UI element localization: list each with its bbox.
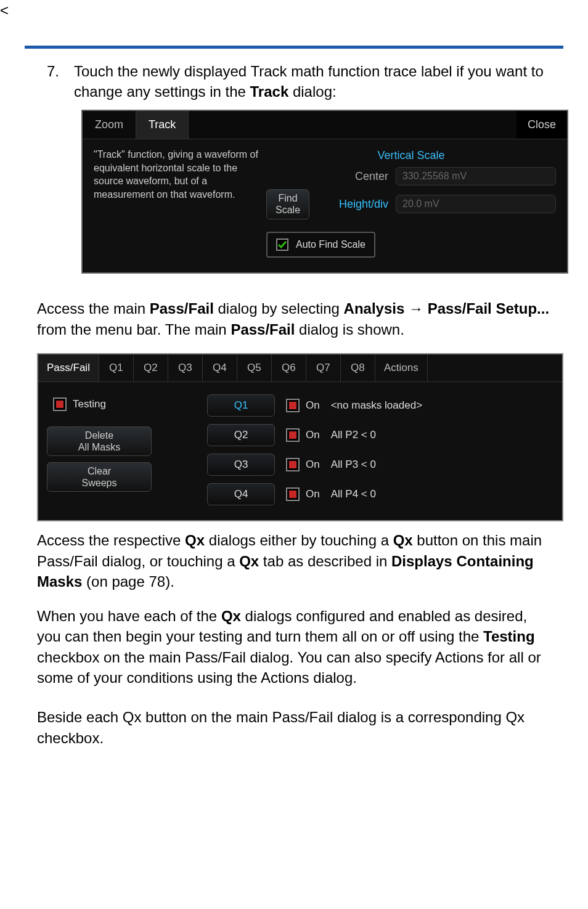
tab-zoom[interactable]: Zoom <box>83 111 136 139</box>
step-text: Touch the newly displayed Track math fun… <box>74 61 551 102</box>
testing-checkbox[interactable] <box>53 397 67 411</box>
p1d: Analysis → Pass/Fail Setup... <box>344 300 549 317</box>
q3-button[interactable]: Q3 <box>207 454 275 476</box>
step-7: 7. Touch the newly displayed Track math … <box>37 61 551 102</box>
p3b: Qx <box>221 608 241 624</box>
q1-button[interactable]: Q1 <box>207 394 275 417</box>
passfail-dialog: Pass/Fail Q1 Q2 Q3 Q4 Q5 Q6 Q7 Q8 Action… <box>37 353 563 521</box>
q2-on-label: On <box>306 428 320 442</box>
q4-on-label: On <box>306 487 320 502</box>
p1e: from the menu bar. The main <box>37 321 231 338</box>
para-access-qx: Access the respective Qx dialogs either … <box>37 530 551 592</box>
q3-rule: All P3 < 0 <box>331 457 376 472</box>
track-dialog-tabs: Zoom Track Close <box>83 111 567 139</box>
tab-q7[interactable]: Q7 <box>306 354 341 381</box>
p2i: (on page 78). <box>82 573 174 590</box>
q1-on-label: On <box>306 398 320 413</box>
close-button[interactable]: Close <box>517 111 567 139</box>
p2b: Qx <box>185 532 205 548</box>
height-div-label: Height/div <box>339 197 396 212</box>
q4-on-checkbox[interactable] <box>286 487 300 501</box>
delete-all-masks-button[interactable]: Delete All Masks <box>47 426 152 456</box>
clear-sweeps-button[interactable]: Clear Sweeps <box>47 462 152 492</box>
auto-find-scale-checkbox[interactable] <box>276 238 288 251</box>
tab-q2[interactable]: Q2 <box>134 354 168 381</box>
center-readout[interactable]: 330.25568 mV <box>396 167 556 185</box>
tab-actions[interactable]: Actions <box>375 354 428 381</box>
q2-on-toggle[interactable]: On <box>286 428 320 442</box>
find-scale-button[interactable]: Find Scale <box>266 189 309 219</box>
q2-button[interactable]: Q2 <box>207 424 275 446</box>
center-label: Center <box>309 169 396 184</box>
tab-q8[interactable]: Q8 <box>341 354 375 381</box>
para-access-passfail: Access the main Pass/Fail dialog by sele… <box>37 298 551 340</box>
tab-q4[interactable]: Q4 <box>203 354 237 381</box>
testing-toggle[interactable]: Testing <box>53 397 201 412</box>
step-text-b: Track <box>250 83 289 100</box>
q2-rule: All P2 < 0 <box>331 428 376 442</box>
q1-on-checkbox[interactable] <box>286 399 300 412</box>
p1c: dialog by selecting <box>214 300 344 317</box>
q4-on-toggle[interactable]: On <box>286 487 320 502</box>
q1-on-toggle[interactable]: On <box>286 398 320 413</box>
page-top-rule <box>25 46 563 49</box>
step-number: 7. <box>37 61 74 102</box>
check-icon <box>277 240 287 250</box>
q4-rule: All P4 < 0 <box>331 487 376 502</box>
q3-on-label: On <box>306 457 320 472</box>
p2c: dialogs either by touching a <box>205 532 393 548</box>
passfail-tabs: Pass/Fail Q1 Q2 Q3 Q4 Q5 Q6 Q7 Q8 Action… <box>38 354 562 382</box>
q1-rule: <no masks loaded> <box>331 398 422 413</box>
p3e: checkbox on the main Pass/Fail dialog. Y… <box>37 649 541 687</box>
p2a: Access the respective <box>37 532 185 548</box>
vertical-scale-title: Vertical Scale <box>266 148 556 163</box>
tab-track[interactable]: Track <box>136 111 189 139</box>
q2-on-checkbox[interactable] <box>286 428 300 442</box>
p3a: When you have each of the <box>37 608 221 624</box>
p1g: dialog is shown. <box>295 321 404 338</box>
step-text-c: dialog: <box>288 83 336 100</box>
q3-on-checkbox[interactable] <box>286 458 300 471</box>
height-div-readout[interactable]: 20.0 mV <box>396 195 556 213</box>
q3-on-toggle[interactable]: On <box>286 457 320 472</box>
tab-q1[interactable]: Q1 <box>99 354 134 381</box>
para-testing: When you have each of the Qx dialogs con… <box>37 606 551 688</box>
track-description: "Track" function, giving a waveform of e… <box>94 148 266 258</box>
testing-label: Testing <box>73 397 106 412</box>
p1f: Pass/Fail <box>231 321 295 338</box>
tab-q5[interactable]: Q5 <box>237 354 272 381</box>
auto-find-scale-toggle[interactable]: Auto Find Scale <box>266 232 375 258</box>
q4-button[interactable]: Q4 <box>207 483 275 505</box>
auto-find-scale-label: Auto Find Scale <box>296 238 365 251</box>
p3d: Testing <box>483 628 535 645</box>
para-qx-checkbox: Beside each Qx button on the main Pass/F… <box>37 707 551 748</box>
p2g: tab as described in <box>259 553 391 569</box>
p2d: Qx <box>393 532 413 548</box>
tab-q6[interactable]: Q6 <box>272 354 306 381</box>
track-dialog: Zoom Track Close "Track" function, givin… <box>81 110 568 274</box>
tab-q3[interactable]: Q3 <box>168 354 203 381</box>
tab-passfail[interactable]: Pass/Fail <box>38 354 99 381</box>
p1a: Access the main <box>37 300 150 317</box>
p1b: Pass/Fail <box>150 300 214 317</box>
p2f: Qx <box>239 553 259 569</box>
